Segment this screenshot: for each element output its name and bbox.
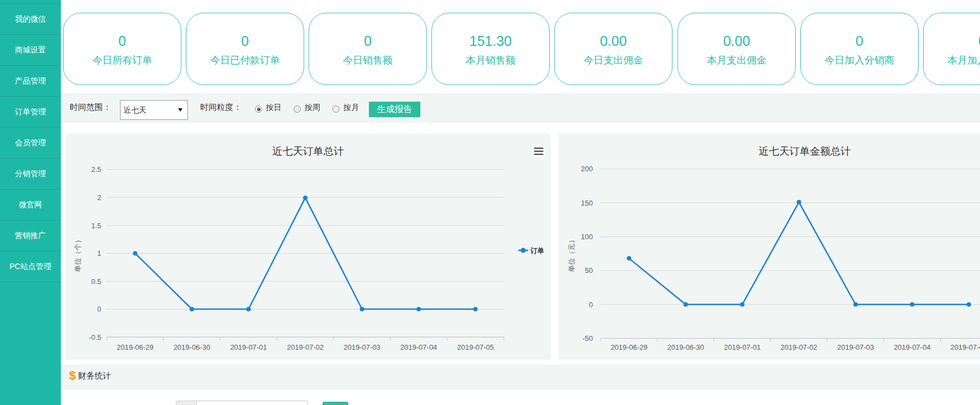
svg-text:2: 2: [97, 193, 101, 202]
svg-text:100: 100: [581, 233, 593, 241]
svg-text:-50: -50: [582, 334, 593, 343]
svg-text:0.5: 0.5: [91, 277, 101, 286]
svg-text:2019-06-30: 2019-06-30: [668, 343, 705, 351]
svg-text:2019-07-03: 2019-07-03: [837, 343, 874, 351]
svg-text:1.5: 1.5: [91, 222, 101, 230]
svg-text:近七天订单金额总计: 近七天订单金额总计: [759, 145, 851, 157]
svg-text:2019-06-30: 2019-06-30: [174, 343, 211, 351]
svg-text:2019-07-04: 2019-07-04: [400, 343, 437, 351]
svg-text:0: 0: [589, 301, 593, 309]
svg-text:200: 200: [581, 165, 593, 173]
svg-text:2019-07-02: 2019-07-02: [287, 343, 324, 351]
svg-text:50: 50: [585, 266, 593, 275]
svg-text:2019-07-02: 2019-07-02: [780, 343, 817, 351]
svg-text:2019-06-29: 2019-06-29: [117, 343, 153, 351]
svg-text:2019-06-29: 2019-06-29: [611, 343, 648, 351]
svg-text:2019-07-04: 2019-07-04: [894, 343, 931, 351]
svg-text:单位（个）: 单位（个）: [74, 236, 82, 272]
svg-text:2019-07-05: 2019-07-05: [457, 343, 494, 351]
svg-text:订单: 订单: [530, 247, 545, 255]
svg-text:2019-07-03: 2019-07-03: [343, 343, 380, 351]
svg-text:2019-07-05: 2019-07-05: [951, 343, 980, 351]
svg-text:2019-07-01: 2019-07-01: [724, 343, 761, 351]
svg-text:150: 150: [581, 199, 593, 207]
svg-text:2.5: 2.5: [91, 165, 101, 173]
svg-text:近七天订单总计: 近七天订单总计: [272, 145, 344, 157]
svg-text:1: 1: [97, 249, 101, 257]
svg-text:单位（元）: 单位（元）: [567, 236, 576, 272]
svg-text:0: 0: [97, 305, 101, 313]
svg-text:2019-07-01: 2019-07-01: [230, 343, 267, 351]
svg-text:-0.5: -0.5: [89, 333, 101, 341]
